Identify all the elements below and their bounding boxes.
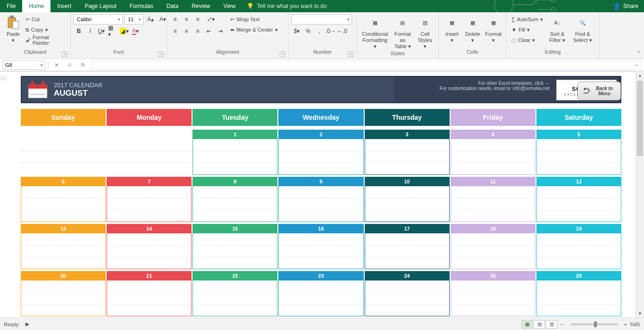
day-cell[interactable]: 17 [365,224,450,269]
conditional-formatting-button[interactable]: ▦Conditional Formatting ▾ [360,14,391,50]
sort-filter-button[interactable]: A↓Sort & Filter ▾ [545,14,569,44]
day-cell[interactable]: 23 [278,271,363,316]
page-layout-view-button[interactable]: ▤ [534,320,545,329]
align-bottom-button[interactable]: ≡ [192,14,203,25]
share-button[interactable]: 👤 Share [608,0,644,12]
launcher-icon[interactable]: ↘ [348,51,353,57]
day-cell[interactable]: 8 [192,177,277,222]
fill-button[interactable]: ▼Fill ▾ [510,25,545,35]
day-body[interactable] [278,186,363,222]
align-middle-button[interactable]: ≡ [181,14,192,25]
day-cell[interactable]: 18 [451,224,535,269]
delete-button[interactable]: ▦Delete▾ [462,14,483,44]
day-body[interactable] [536,139,621,175]
clear-button[interactable]: ◌Clear ▾ [510,35,545,45]
align-top-button[interactable]: ≡ [170,14,180,25]
cut-button[interactable]: ✂Cut [24,14,67,25]
autosum-button[interactable]: ∑AutoSum ▾ [510,14,545,25]
borders-button[interactable]: ▦ ▾ [108,26,118,36]
bold-button[interactable]: B [74,26,84,36]
menu-tab-home[interactable]: Home [22,0,50,12]
day-body[interactable] [365,139,450,175]
number-format-select[interactable] [292,14,352,25]
select-all-cell[interactable] [0,76,7,80]
menu-tab-review[interactable]: Review [185,0,217,12]
launcher-icon[interactable]: ↘ [62,51,67,57]
day-cell[interactable]: 15 [192,224,277,269]
format-as-table-button[interactable]: ▤Format as Table ▾ [391,14,415,50]
underline-button[interactable]: U ▾ [96,26,107,36]
day-body[interactable] [536,233,621,269]
fill-color-button[interactable]: ◢▾ [119,26,129,36]
day-cell[interactable]: 20 [21,271,106,316]
comma-button[interactable]: , [314,26,325,36]
tellme[interactable]: 💡 Tell me what you want to do [242,0,331,12]
day-body[interactable] [192,233,277,269]
decrease-decimal-button[interactable]: ←.0 [337,26,347,36]
paste-button[interactable]: Paste▾ [3,14,24,44]
scroll-down-button[interactable]: ▼ [636,309,644,318]
wrap-text-button[interactable]: ↩Wrap Text [228,14,280,25]
day-body[interactable] [107,233,192,269]
collapse-ribbon-button[interactable]: ⌃ [636,50,641,57]
day-cell[interactable]: 2 [278,130,363,175]
day-cell[interactable]: 26 [536,271,621,316]
copy-button[interactable]: ⧉Copy ▾ [24,25,67,35]
percent-button[interactable]: % [303,26,313,36]
merge-center-button[interactable]: ⬌Merge & Center ▾ [228,25,280,35]
insert-button[interactable]: ▦Insert▾ [442,14,462,44]
day-cell[interactable]: 19 [536,224,621,269]
day-cell[interactable]: 5 [536,130,621,175]
name-box[interactable]: G8 [3,60,45,70]
day-body[interactable] [536,280,621,316]
day-body[interactable] [278,280,363,316]
zoom-slider[interactable] [570,323,618,325]
day-cell[interactable]: 9 [278,177,363,222]
day-body[interactable] [278,233,363,269]
day-body[interactable] [192,186,277,222]
find-select-button[interactable]: 🔍Find & Select ▾ [569,14,596,44]
align-left-button[interactable]: ≡ [170,26,180,36]
increase-font-button[interactable]: A▴ [145,14,156,25]
day-cell[interactable]: 21 [107,271,192,316]
back-to-menu-button[interactable]: ⮌ Back to Menu [577,82,621,100]
day-cell[interactable]: 13 [21,224,106,269]
launcher-icon[interactable]: ↘ [280,51,285,57]
macro-icon[interactable]: ▶ [25,321,29,327]
scroll-thumb[interactable] [637,81,643,156]
day-body[interactable] [107,280,192,316]
day-cell[interactable]: 25 [451,271,535,316]
day-cell[interactable]: 14 [107,224,192,269]
font-name-select[interactable]: Calibri [74,14,123,25]
decrease-font-button[interactable]: A▾ [158,14,168,25]
cancel-formula-button[interactable]: ✕ [51,60,62,70]
day-cell[interactable]: 7 [107,177,192,222]
menu-tab-insert[interactable]: Insert [50,0,78,12]
decrease-indent-button[interactable]: ⇤ [204,26,214,36]
day-body[interactable] [192,280,277,316]
day-body[interactable] [451,186,535,222]
vertical-scrollbar[interactable]: ▲ ▼ [636,71,644,318]
day-body[interactable] [21,280,106,316]
day-body[interactable] [21,186,106,222]
day-body[interactable] [107,186,192,222]
cell-styles-button[interactable]: ▧Cell Styles ▾ [415,14,435,50]
day-cell[interactable]: 11 [451,177,535,222]
menu-tab-formulas[interactable]: Formulas [123,0,160,12]
menu-tab-file[interactable]: File [0,0,22,12]
day-body[interactable] [192,139,277,175]
zoom-out-button[interactable]: − [560,322,563,327]
align-center-button[interactable]: ≡ [181,26,192,36]
day-body[interactable] [536,186,621,222]
day-cell[interactable]: 3 [365,130,450,175]
italic-button[interactable]: I [85,26,95,36]
format-painter-button[interactable]: 🖌Format Painter [24,35,67,45]
zoom-level[interactable]: %85 [630,322,640,327]
day-body[interactable] [451,233,535,269]
font-color-button[interactable]: A▾ [130,26,141,36]
day-body[interactable] [365,186,450,222]
day-body[interactable] [451,139,535,175]
day-body[interactable] [21,233,106,269]
normal-view-button[interactable]: ▦ [521,320,533,329]
align-right-button[interactable]: ≡ [192,26,203,36]
